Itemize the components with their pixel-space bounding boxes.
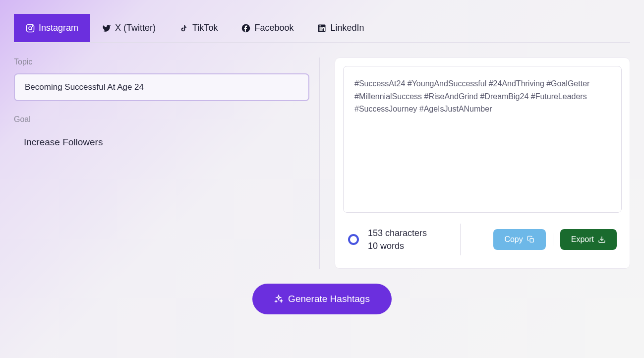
generate-button[interactable]: Generate Hashtags bbox=[252, 284, 392, 314]
tab-label: Instagram bbox=[39, 23, 78, 33]
download-icon bbox=[598, 236, 606, 243]
instagram-icon bbox=[26, 24, 35, 33]
stats-text: 153 characters 10 words bbox=[368, 227, 427, 252]
tab-tiktok[interactable]: TikTok bbox=[168, 14, 230, 42]
input-panel: Topic Goal Increase Followers bbox=[14, 58, 320, 269]
actions-section: Copy Export bbox=[493, 229, 617, 250]
goal-label: Goal bbox=[14, 115, 309, 124]
svg-rect-5 bbox=[530, 239, 533, 242]
tiktok-icon bbox=[179, 24, 188, 33]
svg-point-1 bbox=[29, 27, 32, 30]
linkedin-icon bbox=[317, 24, 326, 33]
tab-facebook[interactable]: Facebook bbox=[230, 14, 305, 42]
platform-tabs: Instagram X (Twitter) TikTok bbox=[14, 14, 630, 43]
tab-label: Facebook bbox=[254, 23, 293, 33]
twitter-icon bbox=[102, 24, 111, 33]
svg-point-2 bbox=[32, 25, 33, 26]
progress-ring-icon bbox=[348, 234, 359, 245]
divider bbox=[460, 224, 461, 255]
generate-label: Generate Hashtags bbox=[288, 294, 370, 304]
action-divider bbox=[553, 234, 553, 245]
copy-button[interactable]: Copy bbox=[493, 229, 545, 250]
export-label: Export bbox=[571, 235, 594, 244]
goal-select[interactable]: Increase Followers bbox=[14, 131, 309, 154]
copy-label: Copy bbox=[504, 235, 523, 244]
topic-label: Topic bbox=[14, 58, 309, 66]
sparkle-icon bbox=[274, 295, 283, 303]
char-count: 153 characters bbox=[368, 227, 427, 239]
tab-label: TikTok bbox=[192, 23, 218, 33]
tab-label: LinkedIn bbox=[330, 23, 364, 33]
export-button[interactable]: Export bbox=[560, 229, 617, 250]
output-card: #SuccessAt24 #YoungAndSuccessful #24AndT… bbox=[335, 58, 630, 269]
hashtag-output[interactable]: #SuccessAt24 #YoungAndSuccessful #24AndT… bbox=[343, 66, 622, 213]
output-panel: #SuccessAt24 #YoungAndSuccessful #24AndT… bbox=[330, 58, 630, 269]
tab-instagram[interactable]: Instagram bbox=[14, 14, 90, 42]
stats-section: 153 characters 10 words bbox=[348, 227, 427, 252]
facebook-icon bbox=[241, 24, 250, 33]
tab-linkedin[interactable]: LinkedIn bbox=[305, 14, 376, 42]
topic-input[interactable] bbox=[14, 73, 309, 101]
copy-icon bbox=[527, 236, 535, 243]
word-count: 10 words bbox=[368, 239, 427, 252]
tab-label: X (Twitter) bbox=[115, 23, 156, 33]
tab-twitter[interactable]: X (Twitter) bbox=[90, 14, 168, 42]
